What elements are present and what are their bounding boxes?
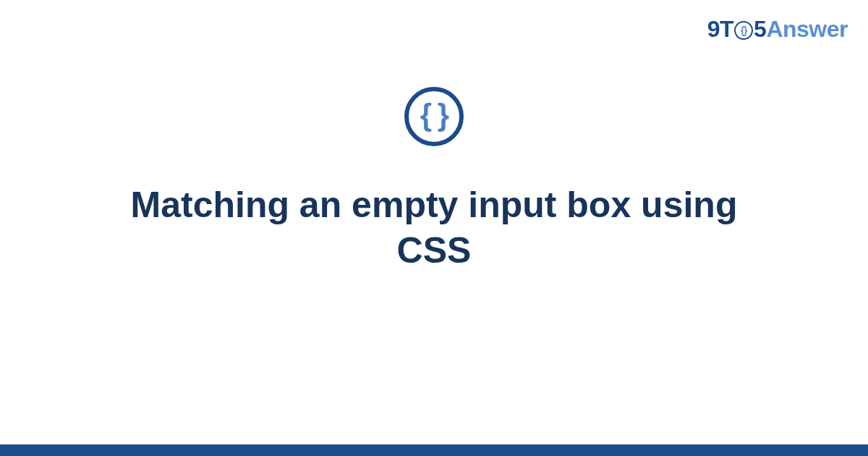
braces-glyph: { } [420,100,448,130]
css-braces-icon: { } [404,87,464,146]
logo-clock-inner: {} [741,25,747,36]
main-content: { } Matching an empty input box using CS… [0,87,868,273]
brand-logo: 9T {} 5 Answer [707,16,848,43]
logo-text-9t: 9T [707,16,733,43]
logo-clock-icon: {} [734,21,753,40]
footer-bar [0,444,868,456]
logo-text-answer: Answer [766,16,848,43]
logo-text-5: 5 [754,16,766,43]
page-title: Matching an empty input box using CSS [109,182,760,273]
